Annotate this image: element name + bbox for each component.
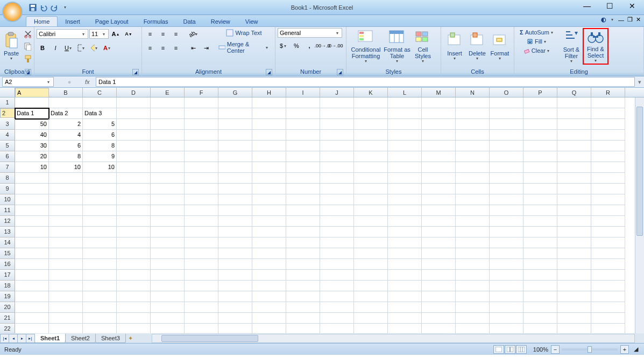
ribbon-tab-formulas[interactable]: Formulas xyxy=(136,17,176,26)
redo-button[interactable] xyxy=(49,3,59,12)
delete-cells-button[interactable]: Delete▾ xyxy=(466,28,489,65)
cell[interactable] xyxy=(591,237,625,248)
cell[interactable] xyxy=(49,248,83,259)
cell[interactable] xyxy=(218,237,252,248)
cell[interactable] xyxy=(286,291,320,302)
cell[interactable] xyxy=(286,302,320,313)
underline-button[interactable]: U▾ xyxy=(62,42,74,54)
cell[interactable] xyxy=(49,97,83,108)
cell[interactable] xyxy=(286,205,320,216)
cell[interactable] xyxy=(523,270,557,281)
zoom-in-button[interactable]: + xyxy=(620,345,629,354)
clear-button[interactable]: Clear▾ xyxy=(516,46,558,55)
cell[interactable] xyxy=(320,259,354,270)
cell[interactable] xyxy=(252,194,286,205)
row-header[interactable]: 21 xyxy=(0,313,15,324)
cell[interactable] xyxy=(388,205,422,216)
cell[interactable] xyxy=(591,227,625,237)
cell[interactable] xyxy=(252,184,286,194)
cell[interactable] xyxy=(490,259,523,270)
cell[interactable] xyxy=(151,302,185,313)
cell[interactable] xyxy=(557,291,591,302)
cell[interactable] xyxy=(286,270,320,281)
cell[interactable] xyxy=(490,184,523,194)
cell[interactable] xyxy=(185,291,218,302)
cell[interactable] xyxy=(354,205,388,216)
cell[interactable] xyxy=(151,194,185,205)
office-button[interactable] xyxy=(2,2,23,22)
cell[interactable] xyxy=(185,248,218,259)
cell[interactable] xyxy=(252,141,286,151)
cell[interactable] xyxy=(388,291,422,302)
cell[interactable] xyxy=(490,141,523,151)
increase-decimal-button[interactable]: .00→.0 xyxy=(316,40,328,52)
cell[interactable] xyxy=(252,205,286,216)
format-as-table-button[interactable]: Format as Table▾ xyxy=(383,28,411,65)
cell[interactable] xyxy=(252,151,286,162)
row-header[interactable]: 11 xyxy=(0,205,15,216)
merge-center-button[interactable]: Merge & Center▾ xyxy=(215,40,273,55)
cell-styles-button[interactable]: Cell Styles▾ xyxy=(411,28,435,65)
cell[interactable] xyxy=(456,270,490,281)
grow-font-button[interactable]: A▲ xyxy=(110,28,122,40)
cell[interactable] xyxy=(388,324,422,333)
cell[interactable] xyxy=(151,97,185,108)
cell[interactable] xyxy=(185,141,218,151)
cell[interactable] xyxy=(15,281,49,291)
shrink-font-button[interactable]: A▼ xyxy=(123,28,135,40)
cell[interactable] xyxy=(591,291,625,302)
cell[interactable] xyxy=(218,108,252,119)
cell[interactable] xyxy=(286,216,320,227)
cell[interactable] xyxy=(83,216,117,227)
cell[interactable] xyxy=(388,227,422,237)
cell[interactable] xyxy=(320,162,354,173)
column-header[interactable]: D xyxy=(117,88,151,97)
cell[interactable] xyxy=(218,173,252,184)
cell[interactable]: Data 1 xyxy=(15,108,49,119)
cell[interactable] xyxy=(354,141,388,151)
cell[interactable] xyxy=(591,302,625,313)
cell[interactable] xyxy=(185,173,218,184)
cell[interactable] xyxy=(218,270,252,281)
cell[interactable] xyxy=(422,151,456,162)
cell[interactable] xyxy=(15,248,49,259)
cell[interactable]: 10 xyxy=(49,162,83,173)
cell[interactable] xyxy=(286,248,320,259)
cell[interactable] xyxy=(286,141,320,151)
cell[interactable] xyxy=(151,184,185,194)
align-top-button[interactable]: ≡ xyxy=(144,28,156,40)
cell[interactable] xyxy=(15,97,49,108)
cell[interactable] xyxy=(422,302,456,313)
cell[interactable] xyxy=(286,97,320,108)
cell[interactable] xyxy=(218,227,252,237)
cell[interactable] xyxy=(490,173,523,184)
cell[interactable] xyxy=(83,270,117,281)
undo-button[interactable] xyxy=(39,3,48,12)
cell[interactable] xyxy=(354,259,388,270)
cell[interactable] xyxy=(151,162,185,173)
normal-view-button[interactable] xyxy=(493,345,504,354)
fill-button[interactable]: Fill▾ xyxy=(516,37,558,46)
cell[interactable]: Data 2 xyxy=(49,108,83,119)
cell[interactable] xyxy=(83,281,117,291)
cell[interactable] xyxy=(523,227,557,237)
cell[interactable] xyxy=(523,237,557,248)
copy-button[interactable] xyxy=(22,40,33,52)
cell[interactable] xyxy=(320,216,354,227)
cell[interactable] xyxy=(456,162,490,173)
cell[interactable] xyxy=(286,130,320,141)
increase-indent-button[interactable]: ⇥ xyxy=(200,42,212,54)
sheet-tab[interactable]: Sheet2 xyxy=(65,334,96,343)
cell[interactable] xyxy=(456,281,490,291)
cell[interactable] xyxy=(354,108,388,119)
cell[interactable] xyxy=(117,302,151,313)
font-family-select[interactable]: Calibri▾ xyxy=(37,29,88,39)
cell[interactable] xyxy=(354,237,388,248)
cell[interactable] xyxy=(286,227,320,237)
maximize-button[interactable]: ☐ xyxy=(601,1,618,11)
cell[interactable]: Data 3 xyxy=(83,108,117,119)
cell[interactable] xyxy=(591,141,625,151)
row-header[interactable]: 1 xyxy=(0,97,15,108)
cell[interactable] xyxy=(490,151,523,162)
cell[interactable] xyxy=(388,216,422,227)
